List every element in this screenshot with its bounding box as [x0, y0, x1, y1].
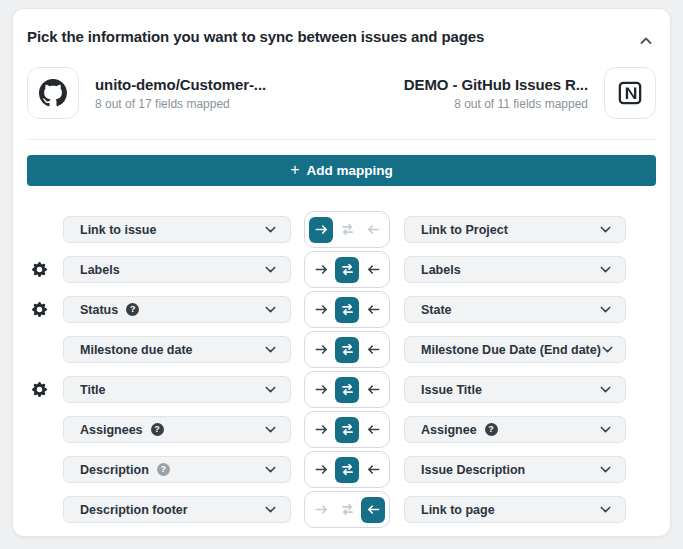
right-field-dropdown[interactable]: Issue Title — [404, 376, 626, 403]
sync-both-button[interactable] — [335, 297, 359, 323]
mapping-row: Title Issue Title — [13, 376, 670, 403]
right-field-dropdown[interactable]: Labels — [404, 256, 626, 283]
left-field-label: Assignees — [80, 423, 143, 437]
help-icon[interactable]: ? — [485, 423, 498, 436]
gear-icon[interactable] — [32, 262, 47, 277]
mapping-row: Description ? Issue Description — [13, 456, 670, 483]
left-field-label: Labels — [80, 263, 120, 277]
sync-left-button[interactable] — [361, 217, 385, 243]
right-field-dropdown[interactable]: Issue Description — [404, 456, 626, 483]
left-field-label: Status — [80, 303, 118, 317]
sync-right-button[interactable] — [309, 257, 333, 283]
divider — [27, 139, 656, 140]
chevron-down-icon — [264, 463, 277, 476]
help-icon[interactable]: ? — [151, 423, 164, 436]
left-field-label: Title — [80, 383, 105, 397]
sync-both-button[interactable] — [335, 497, 359, 523]
left-field-dropdown[interactable]: Description footer — [63, 496, 291, 523]
direction-control — [304, 371, 390, 408]
sync-mapping-panel: Pick the information you want to sync be… — [12, 8, 671, 537]
direction-control — [304, 451, 390, 488]
sync-both-button[interactable] — [335, 337, 359, 363]
sync-both-button[interactable] — [335, 377, 359, 403]
right-field-label: Issue Title — [421, 383, 482, 397]
left-field-dropdown[interactable]: Status ? — [63, 296, 291, 323]
direction-control — [304, 251, 390, 288]
mapping-rows: Link to issue Link to Project — [13, 216, 670, 536]
chevron-down-icon — [264, 423, 277, 436]
right-field-dropdown[interactable]: State — [404, 296, 626, 323]
destination-mapped-count: 8 out of 11 fields mapped — [454, 97, 588, 111]
sync-left-button[interactable] — [361, 377, 385, 403]
left-field-label: Description footer — [80, 503, 188, 517]
mapping-row: Description footer Link to page — [13, 496, 670, 523]
sync-left-button[interactable] — [361, 257, 385, 283]
chevron-down-icon — [264, 223, 277, 236]
right-field-dropdown[interactable]: Assignee ? — [404, 416, 626, 443]
notion-icon — [604, 67, 656, 119]
sync-left-button[interactable] — [361, 337, 385, 363]
left-field-dropdown[interactable]: Description ? — [63, 456, 291, 483]
mapping-row: Link to issue Link to Project — [13, 216, 670, 243]
chevron-down-icon — [264, 263, 277, 276]
help-icon[interactable]: ? — [157, 463, 170, 476]
sync-left-button[interactable] — [361, 297, 385, 323]
sync-left-button[interactable] — [361, 457, 385, 483]
sync-both-button[interactable] — [335, 217, 359, 243]
right-field-label: Assignee — [421, 423, 477, 437]
sync-both-button[interactable] — [335, 417, 359, 443]
destination-connector: DEMO - GitHub Issues R... 8 out of 11 fi… — [404, 76, 588, 111]
mapping-row: Status ? State — [13, 296, 670, 323]
help-icon[interactable]: ? — [126, 303, 139, 316]
direction-control — [304, 411, 390, 448]
sync-right-button[interactable] — [309, 377, 333, 403]
right-field-label: Labels — [421, 263, 461, 277]
gear-icon[interactable] — [32, 382, 47, 397]
sync-right-button[interactable] — [309, 337, 333, 363]
sync-both-button[interactable] — [335, 257, 359, 283]
gear-icon[interactable] — [32, 302, 47, 317]
sync-left-button[interactable] — [361, 417, 385, 443]
destination-name: DEMO - GitHub Issues R... — [404, 76, 588, 93]
chevron-down-icon — [599, 303, 612, 316]
chevron-down-icon — [601, 343, 614, 356]
left-field-label: Link to issue — [80, 223, 156, 237]
chevron-down-icon — [599, 423, 612, 436]
left-field-dropdown[interactable]: Assignees ? — [63, 416, 291, 443]
direction-control — [304, 291, 390, 328]
github-icon — [27, 67, 79, 119]
sync-right-button[interactable] — [309, 417, 333, 443]
plus-icon: + — [290, 162, 299, 178]
sync-both-button[interactable] — [335, 457, 359, 483]
panel-title: Pick the information you want to sync be… — [27, 28, 484, 45]
chevron-up-icon[interactable] — [638, 33, 654, 49]
right-field-dropdown[interactable]: Link to Project — [404, 216, 626, 243]
direction-control — [304, 211, 390, 248]
right-field-label: Issue Description — [421, 463, 525, 477]
left-field-dropdown[interactable]: Link to issue — [63, 216, 291, 243]
left-field-dropdown[interactable]: Labels — [63, 256, 291, 283]
sync-right-button[interactable] — [309, 297, 333, 323]
mapping-row: Milestone due date Milestone Due Date (E… — [13, 336, 670, 363]
right-field-dropdown[interactable]: Milestone Due Date (End date) — [404, 336, 626, 363]
sync-right-button[interactable] — [309, 457, 333, 483]
chevron-down-icon — [264, 343, 277, 356]
add-mapping-button[interactable]: + Add mapping — [27, 155, 656, 186]
left-field-label: Description — [80, 463, 149, 477]
sync-right-button[interactable] — [309, 217, 333, 243]
right-field-label: Link to page — [421, 503, 495, 517]
sync-right-button[interactable] — [309, 497, 333, 523]
chevron-down-icon — [599, 503, 612, 516]
direction-control — [304, 491, 390, 528]
source-connector: unito-demo/Customer-... 8 out of 17 fiel… — [95, 76, 266, 111]
left-field-label: Milestone due date — [80, 343, 193, 357]
chevron-down-icon — [599, 223, 612, 236]
source-mapped-count: 8 out of 17 fields mapped — [95, 97, 266, 111]
chevron-down-icon — [264, 383, 277, 396]
chevron-down-icon — [599, 463, 612, 476]
direction-control — [304, 331, 390, 368]
right-field-dropdown[interactable]: Link to page — [404, 496, 626, 523]
left-field-dropdown[interactable]: Title — [63, 376, 291, 403]
sync-left-button[interactable] — [361, 497, 385, 523]
left-field-dropdown[interactable]: Milestone due date — [63, 336, 291, 363]
